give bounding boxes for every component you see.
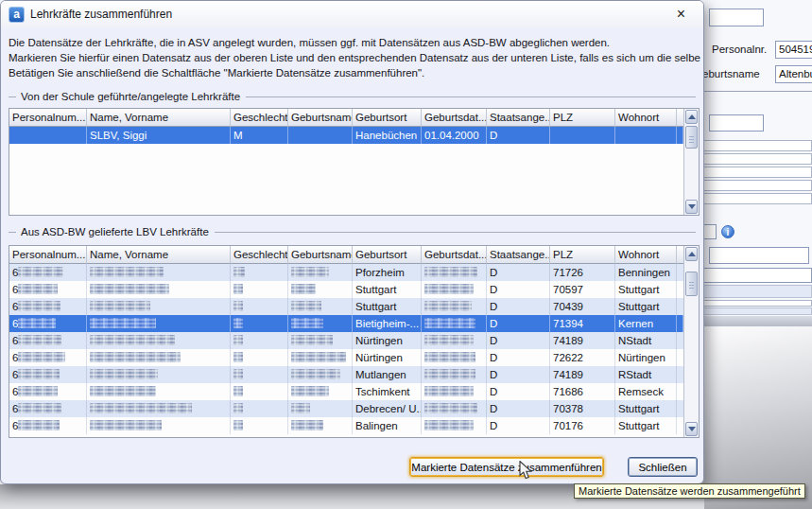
- group-asd-header: Aus ASD-BW gelieferte LBV Lehrkräfte: [9, 225, 696, 238]
- table-header-row: Personalnum... Name, Vorname Geschlecht …: [9, 246, 683, 264]
- group-school-header: Von der Schule geführte/angelegte Lehrkr…: [9, 90, 696, 103]
- merge-records-button[interactable]: Markierte Datensätze zusammenführen: [409, 457, 604, 477]
- col-personalnummer[interactable]: Personalnum...: [9, 109, 87, 127]
- scrollbar-track[interactable]: [684, 149, 699, 199]
- table-row[interactable]: 6 Balingen D 70176 Stuttgart: [9, 417, 683, 434]
- redacted-block: [424, 369, 475, 379]
- table-row-selected[interactable]: SLBV, Siggi M Hanebüchen 01.04.2000 D: [9, 127, 683, 144]
- table-header-row: Personalnum... Name, Vorname Geschlecht …: [9, 109, 683, 127]
- chevron-up-icon: [688, 252, 696, 256]
- redacted-block: [90, 284, 169, 294]
- redacted-block: [291, 284, 316, 294]
- redacted-block: [18, 335, 61, 345]
- scrollbar-thumb[interactable]: [685, 272, 698, 296]
- col-plz[interactable]: PLZ: [550, 109, 615, 127]
- background-input[interactable]: [702, 268, 812, 283]
- col-staatsangehoerigkeit[interactable]: Staatsange...: [487, 109, 550, 127]
- chevron-down-icon: [688, 427, 696, 431]
- background-input[interactable]: [709, 9, 764, 26]
- dialog-title: Lehrkräfte zusammenführen: [30, 8, 172, 21]
- scrollbar-vertical[interactable]: [683, 246, 699, 437]
- col-geburtsdatum[interactable]: Geburtsdat...: [422, 109, 487, 127]
- redacted-block: [424, 301, 472, 311]
- close-dialog-button[interactable]: Schließen: [628, 457, 698, 477]
- scrollbar-vertical[interactable]: [683, 109, 699, 215]
- info-icon[interactable]: i: [721, 225, 734, 238]
- redacted-block: [18, 267, 63, 277]
- redacted-block: [90, 301, 150, 311]
- geburtsname-field[interactable]: Altenbu: [775, 65, 812, 83]
- col-geburtsname[interactable]: Geburtsname: [288, 246, 353, 264]
- scroll-down-button[interactable]: [685, 200, 698, 214]
- group-line: [9, 97, 16, 97]
- table-row[interactable]: 6 Nürtingen D 72622 Nürtingen: [9, 349, 683, 366]
- col-wohnort[interactable]: Wohnort: [615, 246, 677, 264]
- redacted-block: [18, 318, 56, 328]
- close-icon[interactable]: ×: [674, 5, 688, 24]
- redacted-block: [233, 403, 243, 413]
- background-field-row: [702, 167, 812, 178]
- scrollbar-thumb[interactable]: [685, 126, 698, 149]
- col-geburtsort[interactable]: Geburtsort: [353, 246, 422, 264]
- col-plz[interactable]: PLZ: [550, 246, 615, 264]
- scroll-down-button[interactable]: [685, 422, 698, 436]
- redacted-block: [233, 386, 243, 396]
- redacted-block: [233, 352, 243, 362]
- col-geburtsname[interactable]: Geburtsname: [288, 109, 353, 127]
- mouse-cursor-icon: [519, 461, 533, 484]
- redacted-block: [90, 267, 164, 277]
- table-row[interactable]: 6 Tschimkent D 71686 Remseck: [9, 383, 683, 400]
- redacted-block: [18, 369, 60, 379]
- app-icon: a: [9, 7, 25, 23]
- table-row-selected[interactable]: 6 Bietigheim-... D 71394 Kernen: [9, 315, 683, 332]
- dialog-titlebar[interactable]: a Lehrkräfte zusammenführen ×: [1, 1, 703, 27]
- col-geschlecht[interactable]: Geschlecht: [231, 246, 288, 264]
- background-input[interactable]: [709, 247, 809, 264]
- tooltip: Markierte Datensätze werden zusammengefü…: [574, 483, 805, 499]
- redacted-block: [90, 318, 156, 328]
- background-input[interactable]: [709, 114, 764, 132]
- col-personalnummer[interactable]: Personalnum...: [9, 246, 87, 264]
- col-name[interactable]: Name, Vorname: [87, 109, 231, 127]
- table-row[interactable]: 6 Stuttgart D 70439 Stuttgart: [9, 298, 683, 315]
- geburtsname-label: eburtsname: [702, 68, 760, 79]
- col-geschlecht[interactable]: Geschlecht: [231, 109, 288, 127]
- background-table-row: [702, 316, 812, 326]
- redacted-block: [424, 352, 475, 362]
- table-row[interactable]: 6 Mutlangen D 74189 RStadt: [9, 366, 683, 383]
- personalnr-label: Personalnr.: [712, 44, 767, 55]
- redacted-block: [233, 335, 243, 345]
- scroll-up-button[interactable]: [685, 247, 698, 261]
- background-table-row: [702, 307, 812, 315]
- col-filler: [677, 109, 683, 127]
- redacted-block: [424, 335, 474, 345]
- table-row[interactable]: 6 Debrecen/ U... D 70378 Stuttgart: [9, 400, 683, 417]
- redacted-block: [424, 318, 475, 328]
- redacted-block: [18, 386, 58, 396]
- scrollbar-track[interactable]: [684, 262, 699, 271]
- group-line: [246, 97, 696, 97]
- background-field-row: [702, 153, 812, 165]
- redacted-block: [291, 267, 329, 277]
- col-wohnort[interactable]: Wohnort: [615, 109, 677, 127]
- scroll-up-button[interactable]: [685, 110, 698, 124]
- personalnr-field[interactable]: 504519: [775, 41, 812, 59]
- table-row[interactable]: 6 Pforzheim D 71726 Benningen: [9, 264, 683, 281]
- redacted-block: [424, 284, 474, 294]
- background-input-small[interactable]: [702, 224, 717, 239]
- redacted-block: [18, 284, 58, 294]
- table-row[interactable]: 6 Stuttgart D 70597 Stuttgart: [9, 281, 683, 298]
- chevron-up-icon: [688, 114, 696, 119]
- redacted-block: [424, 267, 477, 277]
- col-geburtsort[interactable]: Geburtsort: [353, 109, 422, 127]
- col-name[interactable]: Name, Vorname: [87, 246, 231, 264]
- redacted-block: [233, 369, 243, 379]
- col-staatsangehoerigkeit[interactable]: Staatsange...: [487, 246, 550, 264]
- col-geburtsdatum[interactable]: Geburtsdat...: [422, 246, 487, 264]
- group-asd-label: Aus ASD-BW gelieferte LBV Lehrkräfte: [21, 226, 209, 237]
- redacted-block: [291, 369, 340, 379]
- background-window-panel: Personalnr. 504519 eburtsname Altenbu i: [700, 0, 812, 509]
- scrollbar-track[interactable]: [684, 297, 699, 421]
- school-table-body: SLBV, Siggi M Hanebüchen 01.04.2000 D: [9, 127, 683, 215]
- table-row[interactable]: 6 Nürtingen D 74189 NStadt: [9, 332, 683, 349]
